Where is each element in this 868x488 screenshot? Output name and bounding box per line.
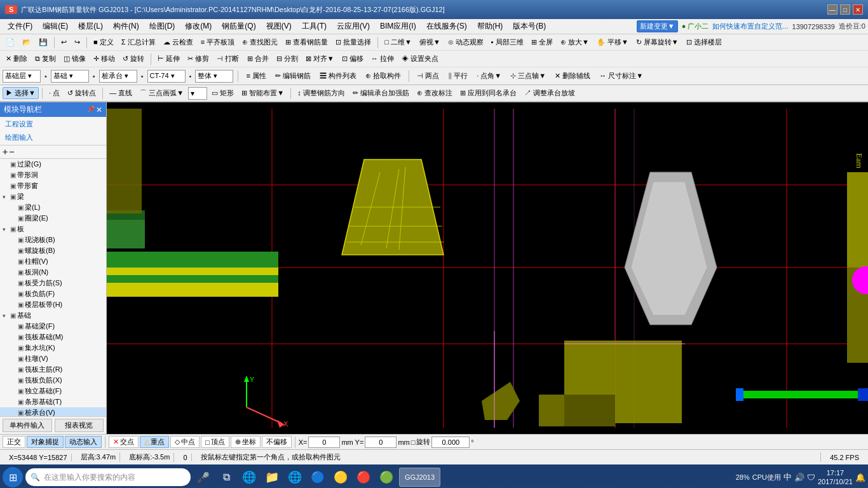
layer-selector[interactable]: 基础层 ▾: [3, 70, 41, 83]
tree-item-jichuliang[interactable]: ▣基础梁(F): [0, 321, 106, 332]
property-btn[interactable]: ≡ 属性: [243, 70, 269, 82]
taskbar-app-folder[interactable]: 📁: [262, 467, 282, 487]
dyn-input-btn[interactable]: 动态输入: [65, 436, 102, 448]
menu-draw[interactable]: 绘图(D): [144, 20, 180, 33]
vertex-btn[interactable]: □ 顶点: [201, 436, 229, 448]
nav-minus-icon[interactable]: −: [9, 147, 14, 157]
tree-item-daixingchuang[interactable]: ▣带形窗: [0, 180, 106, 191]
report-view-btn[interactable]: 报表视览: [55, 419, 104, 432]
mid-pt-btn[interactable]: △ 重点: [140, 436, 169, 448]
taskbar-app-misc2[interactable]: 🟡: [330, 467, 351, 487]
batch-select-btn[interactable]: ⊡ 批量选择: [332, 36, 374, 48]
undo-btn[interactable]: ↩: [58, 37, 70, 48]
select-btn[interactable]: ▶ 选择▼: [3, 87, 39, 99]
menu-tools[interactable]: 工具(T): [297, 20, 332, 33]
menu-component[interactable]: 构件(N): [108, 20, 144, 33]
taskbar-app-ie[interactable]: 🌐: [285, 467, 305, 487]
x-input[interactable]: [308, 437, 340, 448]
smart-layout-btn[interactable]: ⊞ 智能布置▼: [238, 87, 287, 99]
tree-item-fabanzhuji[interactable]: ▣筏板主筋(R): [0, 364, 106, 375]
view-mode-btn[interactable]: 俯视▼: [416, 36, 444, 48]
nav-close-btn[interactable]: ✕: [96, 105, 102, 114]
trim-btn[interactable]: ✂ 修剪: [184, 53, 212, 65]
taskbar-app-misc4[interactable]: 🟢: [376, 467, 397, 487]
canvas-area[interactable]: Y X Eam: [107, 102, 868, 434]
no-move-btn[interactable]: 不偏移: [262, 436, 292, 448]
tree-item-fabanjic[interactable]: ▣筏板基础(M): [0, 332, 106, 342]
tree-item-zhuchengtai[interactable]: ▣桩承台(V): [0, 407, 106, 416]
three-pt-axis-btn[interactable]: ⊹ 三点轴▼: [507, 70, 549, 82]
align-btn[interactable]: ⊠ 对齐▼: [302, 53, 337, 65]
drawing-canvas[interactable]: Y X Eam: [107, 102, 868, 434]
tree-item-jichu[interactable]: ▾▣基础: [0, 310, 106, 321]
taskbar-mic-icon[interactable]: 🎤: [193, 467, 214, 487]
select-floor-btn[interactable]: ⊡ 选择楼层: [683, 36, 725, 48]
tree-item-ban[interactable]: ▾▣板: [0, 224, 106, 234]
rect-btn[interactable]: ▭ 矩形: [208, 87, 237, 99]
cross-btn[interactable]: ✕ 交点: [109, 436, 139, 448]
rotate-screen-btn[interactable]: ↻ 屏幕旋转▼: [633, 36, 682, 48]
local-3d-btn[interactable]: ▪ 局部三维: [488, 36, 527, 48]
fullscreen-btn[interactable]: ⊞ 全屏: [528, 36, 556, 48]
merge-btn[interactable]: ⊞ 合并: [244, 53, 272, 65]
menu-cloud[interactable]: 云应用(V): [332, 20, 375, 33]
del-aux-btn[interactable]: ✕ 删除辅线: [552, 70, 593, 82]
view-mark-btn[interactable]: ⊕ 查改标注: [414, 87, 456, 99]
y-input[interactable]: [365, 437, 397, 448]
menu-edit[interactable]: 编辑(E): [37, 20, 73, 33]
search-hint[interactable]: 如何快速布置自定义范...: [712, 22, 788, 31]
maximize-button[interactable]: □: [840, 4, 850, 15]
delete-btn[interactable]: ✕ 删除: [3, 53, 31, 65]
nav-add-icon[interactable]: +: [3, 147, 8, 157]
tray-input-icon[interactable]: 中: [783, 471, 792, 483]
taskbar-taskview-icon[interactable]: ⧉: [216, 467, 236, 487]
tree-item-guoliang[interactable]: ▣过梁(G): [0, 159, 106, 170]
cloud-check-btn[interactable]: ☁ 云检查: [160, 36, 196, 48]
menu-version[interactable]: 版本号(B): [508, 20, 551, 33]
tree-item-zhudun[interactable]: ▣柱墩(V): [0, 353, 106, 364]
code-selector[interactable]: CT-74 ▾: [147, 70, 186, 83]
obj-snap-btn[interactable]: 对象捕捉: [27, 436, 64, 448]
apply-same-btn[interactable]: ⊞ 应用到同名承台: [457, 87, 520, 99]
tree-item-loubandai[interactable]: ▣楼层板带(H): [0, 299, 106, 310]
menu-online[interactable]: 在线服务(S): [421, 20, 472, 33]
point-btn[interactable]: · 点: [46, 87, 63, 99]
taskbar-search[interactable]: 🔍 在这里输入你要搜索的内容: [25, 468, 191, 486]
arc-btn[interactable]: ⌒ 三点画弧▼: [137, 87, 187, 99]
comp-list-btn[interactable]: ☰ 构件列表: [316, 70, 360, 82]
ortho-btn[interactable]: 正交: [3, 436, 25, 448]
taskbar-app-edge[interactable]: 🌐: [239, 467, 259, 487]
save-btn[interactable]: 💾: [36, 37, 51, 48]
tree-item-banfuj[interactable]: ▣板负筋(F): [0, 288, 106, 299]
taskbar-app-misc3[interactable]: 🔴: [353, 467, 374, 487]
system-clock[interactable]: 17:17 2017/10/21: [818, 468, 853, 487]
line-btn[interactable]: — 直线: [106, 87, 135, 99]
break-btn[interactable]: ⊣ 打断: [214, 53, 242, 65]
zoom-in-btn[interactable]: ⊕ 放大▼: [557, 36, 592, 48]
new-change-btn[interactable]: 新建变更▼: [637, 20, 678, 32]
coord-btn[interactable]: ⊕ 坐标: [231, 436, 261, 448]
nav-pin-btn[interactable]: 📌: [87, 105, 95, 114]
tree-item-shoulijs[interactable]: ▣板受力筋(S): [0, 278, 106, 288]
menu-modify[interactable]: 修改(M): [180, 20, 217, 33]
stretch-btn[interactable]: ↔ 拉伸: [368, 53, 397, 65]
view-steel-btn[interactable]: ⊞ 查看钢筋量: [282, 36, 331, 48]
move-btn[interactable]: ✛ 移动: [90, 53, 118, 65]
tree-item-fabanfuj[interactable]: ▣筏板负筋(X): [0, 375, 106, 386]
adjust-slope-btn[interactable]: ↗ 调整承台放坡: [521, 87, 578, 99]
adjust-rebar-dir-btn[interactable]: ↕ 调整钢筋方向: [294, 87, 348, 99]
define-btn[interactable]: ■ 定义: [90, 36, 117, 48]
menu-file[interactable]: 文件(F): [3, 20, 37, 33]
menu-bim[interactable]: BIM应用(I): [375, 20, 421, 33]
grip-btn[interactable]: ◈ 设置夹点: [398, 53, 442, 65]
edit-rebar-btn[interactable]: ✏ 编辑钢筋: [272, 70, 314, 82]
parallel-btn[interactable]: ∥ 平行: [445, 70, 471, 82]
menu-steel-qty[interactable]: 钢筋量(Q): [217, 20, 261, 33]
close-button[interactable]: ✕: [853, 4, 863, 15]
split-btn[interactable]: ⊟ 分割: [273, 53, 301, 65]
offset-btn[interactable]: ⊡ 偏移: [339, 53, 367, 65]
flatten-btn[interactable]: ≡ 平齐板顶: [198, 36, 238, 48]
tree-item-liang-l[interactable]: ▣梁(L): [0, 202, 106, 213]
two-point-btn[interactable]: ⊣ 两点: [414, 70, 442, 82]
tree-item-dulijijichu[interactable]: ▣独立基础(F): [0, 386, 106, 396]
